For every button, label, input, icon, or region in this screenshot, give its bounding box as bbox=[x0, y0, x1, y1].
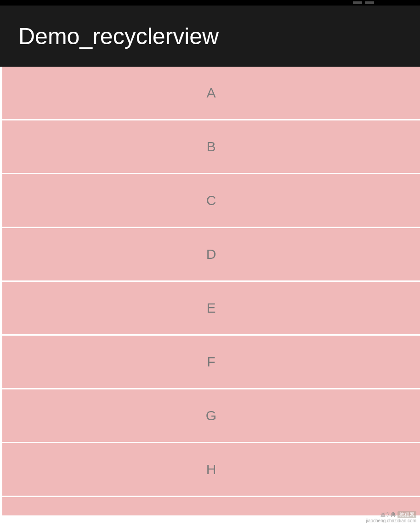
watermark-badge: 教程网 bbox=[397, 511, 416, 518]
recycler-view[interactable]: A B C D E F G H bbox=[2, 67, 420, 515]
watermark-text: 查字典 bbox=[380, 512, 396, 518]
list-item-label: A bbox=[206, 85, 216, 101]
list-item[interactable]: D bbox=[2, 228, 420, 282]
watermark-url: jiaocheng.chazidian.com bbox=[366, 518, 416, 524]
list-item-label: D bbox=[206, 246, 216, 262]
list-item[interactable]: E bbox=[2, 282, 420, 336]
list-item[interactable]: B bbox=[2, 120, 420, 174]
list-item-label: E bbox=[206, 300, 216, 316]
list-item[interactable]: F bbox=[2, 336, 420, 389]
signal-icon bbox=[353, 1, 362, 4]
menu-icon bbox=[365, 1, 374, 4]
list-item[interactable]: H bbox=[2, 443, 420, 497]
list-item-label: H bbox=[206, 462, 216, 477]
watermark: 查字典 教程网 jiaocheng.chazidian.com bbox=[366, 511, 416, 524]
list-item-label: B bbox=[206, 139, 216, 154]
app-title: Demo_recyclerview bbox=[18, 23, 219, 50]
list-item-label: F bbox=[207, 354, 215, 370]
list-item[interactable]: G bbox=[2, 389, 420, 443]
list-item[interactable] bbox=[2, 497, 420, 515]
list-item-label: C bbox=[206, 193, 216, 208]
list-item[interactable]: A bbox=[2, 67, 420, 120]
app-bar: Demo_recyclerview bbox=[0, 6, 420, 67]
list-item-label: G bbox=[206, 408, 216, 423]
list-item[interactable]: C bbox=[2, 174, 420, 228]
status-bar bbox=[0, 0, 420, 6]
